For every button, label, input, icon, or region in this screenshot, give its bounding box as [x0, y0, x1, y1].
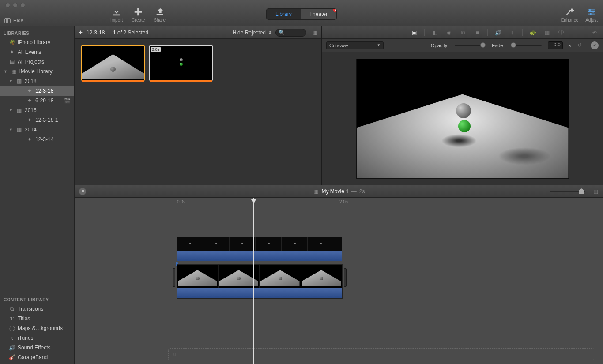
- content-sound-effects[interactable]: 🔊Sound Effects: [0, 343, 74, 353]
- clip-2[interactable]: 2.0s: [150, 46, 212, 80]
- sidebar-item-6-29-18[interactable]: ✦6-29-18🎬: [0, 96, 74, 105]
- timeline-settings-button[interactable]: ▥: [592, 188, 599, 195]
- opacity-label: Opacity:: [431, 43, 448, 48]
- svg-rect-0: [113, 15, 120, 16]
- transitions-icon: ⧉: [9, 306, 15, 312]
- clip-appearance-button[interactable]: ▥: [312, 30, 318, 36]
- content-titles[interactable]: TTitles: [0, 314, 74, 323]
- speed-button[interactable]: 🐢: [529, 29, 537, 37]
- cutaway-audio[interactable]: [177, 251, 342, 261]
- music-well[interactable]: ♫: [168, 348, 594, 360]
- fade-value-field[interactable]: 0.0: [548, 41, 563, 49]
- browser-title: 12-3-18 — 1 of 2 Selected: [87, 30, 148, 36]
- reset-button[interactable]: ↺: [577, 42, 584, 48]
- overlay-settings-button[interactable]: ▣: [410, 29, 418, 37]
- noise-reduction-button[interactable]: ⫴: [508, 29, 516, 37]
- sidebar-item-2016[interactable]: ▼▥2016: [0, 105, 74, 115]
- favorite-icon[interactable]: ✦: [78, 29, 83, 36]
- browser-toolbar: ✦ 12-3-18 — 1 of 2 Selected Hide Rejecte…: [75, 26, 321, 39]
- filter-dropdown[interactable]: Hide Rejected⇕: [233, 30, 272, 36]
- sidebar-item-all-events[interactable]: ✦All Events: [0, 47, 74, 57]
- primary-audio[interactable]: [177, 288, 342, 298]
- primary-track[interactable]: [177, 265, 342, 298]
- color-balance-button[interactable]: ◧: [431, 29, 439, 37]
- viewer-toolbar: ▣ ◧ ◉ ⧉ ■ 🔊 ⫴ 🐢 ▥ ⓘ ↶: [322, 26, 603, 39]
- share-icon: [155, 7, 165, 17]
- opacity-slider[interactable]: [455, 45, 486, 46]
- import-icon: [112, 7, 121, 17]
- sidebar-item-12-3-18[interactable]: ✦12-3-18: [0, 86, 74, 96]
- fade-slider[interactable]: [511, 45, 542, 46]
- sidebar: LIBRARIES 🌴iPhoto Library ✦All Events ▤A…: [0, 26, 75, 364]
- sidebar-label: 2014: [25, 127, 37, 133]
- music-icon: ♫: [172, 351, 176, 357]
- content-maps[interactable]: ◯Maps &…kgrounds: [0, 323, 74, 333]
- sidebar-icon: [4, 18, 11, 23]
- import-label: Import: [110, 18, 123, 23]
- sidebar-item-12-3-14[interactable]: ✦12-3-14: [0, 135, 74, 144]
- adjust-button[interactable]: Adjust: [585, 4, 598, 23]
- ruler-tick: 0.0s: [177, 199, 185, 204]
- crop-button[interactable]: ⧉: [459, 29, 467, 37]
- timeline[interactable]: 0.0s 2.0s: [75, 198, 603, 364]
- clip-1[interactable]: [82, 46, 144, 80]
- close-window[interactable]: [5, 3, 10, 8]
- svg-point-3: [592, 11, 594, 13]
- content-label: GarageBand: [18, 354, 48, 360]
- star-icon: ✦: [26, 136, 33, 143]
- content-transitions[interactable]: ⧉Transitions: [0, 304, 74, 314]
- project-name: My Movie 1: [321, 188, 348, 195]
- hide-sidebar-button[interactable]: Hide: [4, 18, 23, 23]
- sidebar-item-2014[interactable]: ▼▥2014: [0, 125, 74, 135]
- sidebar-item-iphoto[interactable]: 🌴iPhoto Library: [0, 38, 74, 47]
- project-duration: 2s: [359, 188, 365, 195]
- enhance-button[interactable]: Enhance: [561, 4, 578, 23]
- calendar-icon: ▥: [16, 127, 22, 133]
- sliders-icon: [587, 7, 596, 17]
- zoom-window[interactable]: [20, 3, 25, 8]
- volume-button[interactable]: 🔊: [494, 29, 502, 37]
- disclosure-icon[interactable]: ▼: [9, 108, 13, 113]
- content-itunes[interactable]: ♫iTunes: [0, 333, 74, 343]
- clips-area[interactable]: 2.0s: [75, 39, 321, 185]
- playhead[interactable]: [253, 198, 254, 364]
- disclosure-icon[interactable]: ▼: [4, 69, 8, 74]
- import-button[interactable]: Import: [110, 4, 123, 23]
- sidebar-item-12-3-18-1[interactable]: ✦12-3-18 1: [0, 115, 74, 125]
- sidebar-item-2018[interactable]: ▼▥2018: [0, 76, 74, 86]
- apply-button[interactable]: ✓: [591, 41, 599, 49]
- timeline-toolbar: ✕ ▥ My Movie 1 — 2s ▥: [75, 185, 603, 198]
- tab-library[interactable]: Library: [267, 9, 301, 19]
- timeline-ruler[interactable]: 0.0s 2.0s: [75, 198, 603, 207]
- library-icon: ▦: [11, 68, 17, 75]
- zoom-slider[interactable]: [550, 191, 585, 192]
- stabilization-button[interactable]: ■: [473, 29, 481, 37]
- preview-area[interactable]: [322, 52, 603, 185]
- titles-icon: T: [9, 315, 15, 322]
- help-button[interactable]: ⓘ: [557, 29, 565, 37]
- titlebar: Hide Import Create Share Library Theater…: [0, 0, 603, 26]
- undo-button[interactable]: ↶: [591, 29, 599, 37]
- cutaway-track[interactable]: [177, 237, 342, 261]
- color-correction-button[interactable]: ◉: [445, 29, 453, 37]
- content-garageband[interactable]: 🎸GarageBand: [0, 353, 74, 364]
- disclosure-icon[interactable]: ▼: [9, 79, 13, 83]
- ruler-tick: 2.0s: [339, 199, 348, 204]
- search-input[interactable]: 🔍: [275, 29, 306, 37]
- toolbar-left: Import Create Share: [110, 0, 166, 26]
- share-button[interactable]: Share: [154, 4, 166, 23]
- create-button[interactable]: Create: [132, 4, 145, 23]
- fade-label: Fade:: [492, 43, 504, 48]
- speaker-icon: 🔊: [9, 345, 15, 351]
- overlay-type-dropdown[interactable]: Cutaway▼: [326, 41, 384, 49]
- sidebar-item-all-projects[interactable]: ▤All Projects: [0, 57, 74, 67]
- clip-info-button[interactable]: ▥: [543, 29, 551, 37]
- globe-icon: ◯: [9, 325, 15, 331]
- minimize-window[interactable]: [13, 3, 18, 8]
- sidebar-item-imovie-library[interactable]: ▼▦iMovie Library: [0, 67, 74, 76]
- tab-theater[interactable]: Theater: [301, 9, 336, 19]
- disclosure-icon[interactable]: ▼: [9, 128, 13, 132]
- clip-trim-handle-right[interactable]: [344, 268, 347, 287]
- clip-trim-handle-left[interactable]: [173, 268, 175, 287]
- close-project-button[interactable]: ✕: [79, 188, 86, 195]
